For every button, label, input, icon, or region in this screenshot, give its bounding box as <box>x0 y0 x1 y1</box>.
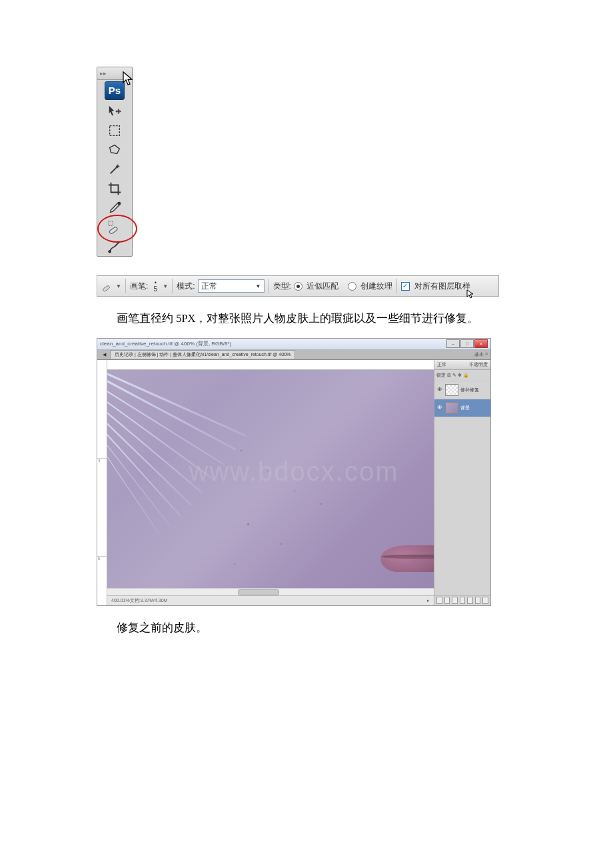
svg-rect-5 <box>103 285 110 292</box>
healing-brush-tool[interactable] <box>99 217 131 237</box>
cursor-arrow-icon <box>466 289 474 301</box>
brush-dropdown[interactable]: ▼ <box>163 283 168 289</box>
photoshop-logo: Ps <box>105 81 125 100</box>
close-button[interactable]: × <box>474 339 488 348</box>
layer-name: 修补修复 <box>460 387 479 393</box>
divider <box>396 279 397 293</box>
toolbox-panel: ▸▸ Ps <box>97 67 133 257</box>
doc-size-readout: 文档:3.37M/4.30M <box>130 597 168 604</box>
instruction-paragraph-1: 画笔直径约 5PX，对整张照片人物皮肤上的瑕疵以及一些细节进行修复。 <box>0 309 613 329</box>
group-icon[interactable] <box>467 597 473 604</box>
photoshop-toolbox-region: ▸▸ Ps <box>97 67 133 257</box>
image-canvas[interactable]: www.bdocx.com <box>107 370 434 588</box>
mask-icon[interactable] <box>452 597 458 604</box>
minimize-button[interactable]: – <box>446 339 460 348</box>
eyedropper-tool-icon <box>107 201 122 215</box>
dropdown-arrow-icon: ▼ <box>256 283 261 289</box>
radio-proximity-match[interactable] <box>294 282 303 291</box>
brush-tool-icon <box>107 239 122 254</box>
tool-options-bar: ▼ 画笔: • 5 ▼ 模式: 正常 ▼ 类型: 近似匹配 创建纹理 对所有图层… <box>97 275 499 297</box>
window-controls: – □ × <box>446 339 488 348</box>
checkbox-sample-all-layers[interactable] <box>401 282 410 291</box>
new-layer-icon[interactable] <box>475 597 481 604</box>
move-tool[interactable] <box>99 101 131 121</box>
magic-wand-tool[interactable] <box>99 159 131 179</box>
marquee-tool[interactable] <box>99 121 131 140</box>
tab-path-readout[interactable]: 历史记录 | 左侧修饰 | 动作 | 整体人像柔化N1/clean_and_cr… <box>110 350 295 359</box>
svg-rect-0 <box>110 125 120 135</box>
link-layers-icon[interactable] <box>436 597 442 604</box>
window-title: clean_and_creative_retouch.tif @ 400% (背… <box>100 340 231 347</box>
visibility-toggle-icon[interactable]: 👁 <box>436 405 443 411</box>
divider <box>269 279 269 293</box>
zoom-readout: 400.01% <box>111 598 130 603</box>
tab-basic-button[interactable]: 基本 <box>474 351 484 358</box>
trash-icon[interactable] <box>482 597 488 604</box>
maximize-button[interactable]: □ <box>460 339 474 348</box>
eyedropper-tool[interactable] <box>99 198 131 217</box>
svg-rect-3 <box>109 221 113 225</box>
right-panels: 正常 不透明度 锁定 ⊞ ✎ ✥ 🔒 👁 修补修复 👁 背景 <box>434 360 490 605</box>
svg-rect-1 <box>118 201 121 205</box>
tab-nav-prev[interactable]: ◀ <box>103 352 106 357</box>
lock-label: 锁定 <box>436 372 446 379</box>
lock-icons[interactable]: ⊞ ✎ ✥ 🔒 <box>447 373 469 378</box>
magic-wand-tool-icon <box>107 162 122 177</box>
radio-texture-label: 创建纹理 <box>360 281 392 292</box>
current-tool-icon <box>101 280 113 292</box>
brush-tool[interactable] <box>99 237 131 256</box>
document-tab-strip: ◀ 历史记录 | 左侧修饰 | 动作 | 整体人像柔化N1/clean_and_… <box>97 350 490 360</box>
layers-panel-footer <box>434 595 490 605</box>
layer-thumbnail <box>445 402 458 414</box>
layers-panel-header[interactable]: 正常 不透明度 <box>434 360 490 370</box>
lasso-tool[interactable] <box>99 140 131 159</box>
adjustment-icon[interactable] <box>460 597 466 604</box>
scrollbar-thumb[interactable] <box>238 589 279 595</box>
brush-size-picker[interactable]: • 5 <box>151 280 160 292</box>
crop-tool[interactable] <box>99 179 131 198</box>
horizontal-ruler <box>107 360 434 370</box>
instruction-paragraph-2: 修复之前的皮肤。 <box>0 618 613 638</box>
status-arrow[interactable]: ▸ <box>427 598 430 603</box>
visibility-toggle-icon[interactable]: 👁 <box>436 387 443 393</box>
lasso-tool-icon <box>107 143 122 157</box>
layer-row[interactable]: 👁 背景 <box>434 399 490 417</box>
photoshop-document-window: clean_and_creative_retouch.tif @ 400% (背… <box>97 338 491 606</box>
type-label: 类型: <box>273 281 291 292</box>
marquee-tool-icon <box>107 123 122 138</box>
divider <box>172 279 173 293</box>
vertical-ruler: 4 5 <box>97 360 107 605</box>
lip-line <box>382 555 434 559</box>
horizontal-scrollbar[interactable] <box>107 588 434 595</box>
opacity-mini-label: 不透明度 <box>469 361 488 368</box>
tab-menu-button[interactable]: ≡ <box>485 351 488 358</box>
lip-shape <box>380 545 434 572</box>
mode-label: 模式: <box>177 281 195 292</box>
blend-mode-mini: 正常 <box>437 361 446 368</box>
window-titlebar: clean_and_creative_retouch.tif @ 400% (背… <box>97 339 490 350</box>
lock-row: 锁定 ⊞ ✎ ✥ 🔒 <box>434 370 490 381</box>
blend-mode-select[interactable]: 正常 ▼ <box>198 279 265 293</box>
status-bar: 400.01% 文档:3.37M/4.30M ▸ <box>107 595 434 605</box>
layer-row[interactable]: 👁 修补修复 <box>434 381 490 399</box>
layer-name: 背景 <box>460 405 470 411</box>
checkbox-sample-label: 对所有图层取样 <box>414 281 470 292</box>
healing-brush-tool-icon <box>107 220 122 235</box>
brush-label: 画笔: <box>130 281 148 292</box>
layer-thumbnail <box>445 384 458 396</box>
collapse-chevron-icon: ▸▸ <box>100 70 107 77</box>
blend-mode-value: 正常 <box>201 281 217 292</box>
crop-tool-icon <box>107 181 122 196</box>
fx-icon[interactable] <box>444 597 450 604</box>
tool-preset-dropdown[interactable]: ▼ <box>116 283 121 289</box>
radio-proximity-label: 近似匹配 <box>306 281 338 292</box>
svg-point-4 <box>108 250 111 253</box>
svg-rect-2 <box>109 226 118 234</box>
radio-create-texture[interactable] <box>348 282 356 291</box>
divider <box>125 279 126 293</box>
move-tool-icon <box>107 104 122 119</box>
toolbox-header[interactable]: ▸▸ <box>97 67 132 80</box>
